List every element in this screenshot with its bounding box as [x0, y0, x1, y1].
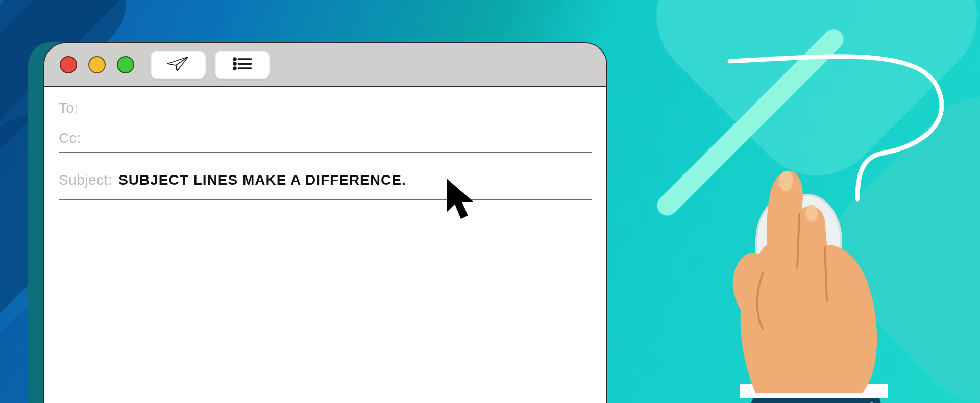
- minimize-button[interactable]: [88, 56, 106, 73]
- send-button[interactable]: [151, 51, 206, 79]
- maximize-button[interactable]: [117, 56, 134, 73]
- svg-point-0: [234, 58, 236, 60]
- svg-point-9: [779, 171, 793, 191]
- subject-field-label: Subject:: [59, 172, 112, 188]
- cc-input[interactable]: [87, 130, 593, 147]
- email-fields: To: Cc: Subject: SUBJECT LINES MAKE A DI…: [44, 87, 606, 200]
- hand-mouse-illustration: [658, 41, 975, 403]
- svg-point-10: [805, 205, 818, 222]
- svg-point-4: [234, 67, 236, 69]
- bullet-list-icon: [230, 54, 255, 76]
- cc-field-row: Cc:: [59, 122, 592, 153]
- email-compose-window: To: Cc: Subject: SUBJECT LINES MAKE A DI…: [43, 42, 607, 403]
- window-titlebar: [44, 43, 606, 87]
- subject-field-row: Subject: SUBJECT LINES MAKE A DIFFERENCE…: [59, 165, 592, 200]
- cc-field-label: Cc:: [59, 130, 81, 146]
- pointer-cursor-icon: [442, 177, 480, 226]
- window-traffic-lights: [60, 56, 134, 73]
- paper-plane-icon: [166, 54, 190, 76]
- svg-point-2: [234, 63, 236, 65]
- close-button[interactable]: [60, 56, 77, 73]
- to-field-label: To:: [59, 100, 79, 116]
- subject-field-value[interactable]: SUBJECT LINES MAKE A DIFFERENCE.: [118, 172, 406, 188]
- list-button[interactable]: [215, 51, 270, 79]
- hand-icon: [679, 153, 903, 403]
- to-field-row: To:: [59, 92, 592, 122]
- to-input[interactable]: [85, 99, 592, 117]
